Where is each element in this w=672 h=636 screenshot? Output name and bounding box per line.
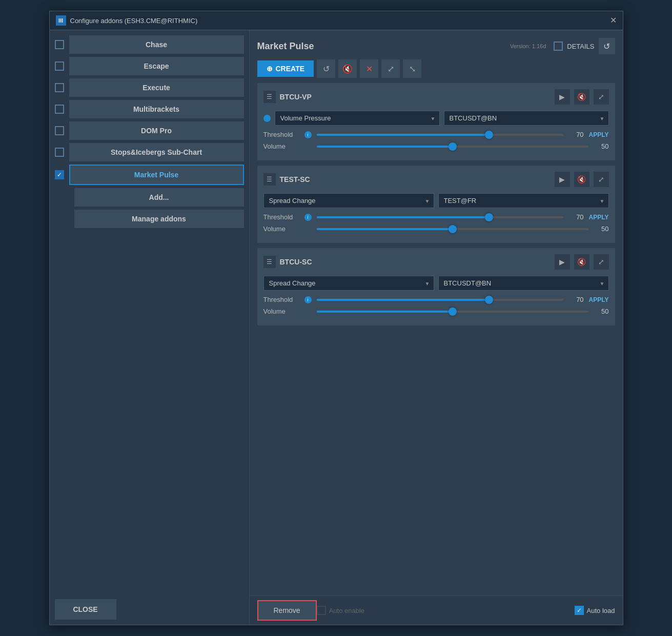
volume-fill-test-sc <box>317 228 453 230</box>
sidebar-btn-marketpulse[interactable]: Market Pulse <box>69 165 244 185</box>
main-title: Market Pulse <box>257 41 314 52</box>
auto-load-label: Auto load <box>587 607 615 614</box>
sidebar-checkbox-escape[interactable] <box>55 61 64 71</box>
card-mute-test-sc[interactable]: 🔇 <box>574 172 589 187</box>
sidebar-item-add: Add... <box>55 188 244 207</box>
type-select-btcu-sc[interactable]: Spread Change <box>263 276 434 291</box>
card-title-btcu-vp: BTCU-VP <box>280 93 551 101</box>
threshold-thumb-test-sc[interactable] <box>485 213 493 221</box>
sidebar-item-execute: Execute <box>55 78 244 97</box>
threshold-info-btcu-vp[interactable]: i <box>304 131 312 138</box>
sidebar-checkbox-chase[interactable] <box>55 40 64 49</box>
volume-value-test-sc: 50 <box>594 225 609 233</box>
card-selectors-btcu-sc: Spread Change BTCUSDT@BN <box>263 276 609 291</box>
threshold-track-btcu-vp[interactable] <box>317 134 563 136</box>
sidebar-btn-stops[interactable]: Stops&Icebergs Sub-Chart <box>69 143 244 161</box>
apply-threshold-btcu-vp[interactable]: APPLY <box>589 131 609 138</box>
remove-button[interactable]: Remove <box>257 600 317 621</box>
threshold-info-test-sc[interactable]: i <box>304 214 312 221</box>
volume-thumb-btcu-sc[interactable] <box>449 307 457 316</box>
type-select-wrapper-btcu-sc: Spread Change <box>263 276 434 291</box>
sidebar-btn-dompro[interactable]: DOM Pro <box>69 121 244 140</box>
threshold-info-btcu-sc[interactable]: i <box>304 296 312 303</box>
sidebar-btn-escape[interactable]: Escape <box>69 57 244 75</box>
sidebar-checkbox-marketpulse[interactable] <box>55 170 64 179</box>
mute-all-button[interactable]: 🔇 <box>338 59 357 78</box>
volume-thumb-btcu-vp[interactable] <box>449 142 457 151</box>
details-checkbox[interactable] <box>554 42 563 51</box>
volume-track-btcu-sc[interactable] <box>317 311 588 313</box>
card-mute-btcu-vp[interactable]: 🔇 <box>574 89 589 105</box>
sidebar: Chase Escape Execute Multibrackets DOM P… <box>50 30 250 625</box>
expand-button[interactable]: ⤢ <box>381 59 400 78</box>
volume-slider-container-btcu-sc <box>317 311 588 313</box>
create-label: CREATE <box>276 65 305 73</box>
collapse-button[interactable]: ⤡ <box>403 59 421 78</box>
card-expand-btcu-sc[interactable]: ⤢ <box>594 254 609 270</box>
threshold-slider-container-btcu-sc <box>317 299 563 301</box>
volume-fill-btcu-vp <box>317 146 453 148</box>
exchange-select-btcu-sc[interactable]: BTCUSDT@BN <box>438 276 609 291</box>
create-icon: ⊕ <box>267 65 273 73</box>
sidebar-bottom: CLOSE <box>55 599 244 620</box>
type-select-test-sc[interactable]: Spread Change <box>263 193 434 208</box>
card-play-test-sc[interactable]: ▶ <box>555 172 570 187</box>
type-select-wrapper-test-sc: Spread Change <box>263 193 434 208</box>
exchange-select-btcu-vp[interactable]: BTCUSDT@BN <box>444 111 609 126</box>
threshold-row-btcu-vp: Threshold i 70 APPLY <box>263 131 609 138</box>
volume-row-btcu-sc: Volume 50 <box>263 307 609 315</box>
card-expand-btcu-vp[interactable]: ⤢ <box>594 89 609 105</box>
delete-button[interactable]: ✕ <box>360 59 378 78</box>
window-title: Configure addons (ESH3.CME@RITHMIC) <box>70 17 198 25</box>
card-icon-btcu-sc: ☰ <box>263 256 276 268</box>
threshold-track-btcu-sc[interactable] <box>317 299 563 301</box>
apply-threshold-test-sc[interactable]: APPLY <box>589 214 609 221</box>
threshold-value-btcu-sc: 70 <box>568 296 584 303</box>
threshold-thumb-btcu-sc[interactable] <box>485 296 493 304</box>
close-button[interactable]: CLOSE <box>55 599 116 620</box>
auto-load-checkbox[interactable]: ✓ <box>575 606 584 615</box>
exchange-select-wrapper-btcu-vp: BTCUSDT@BN <box>444 111 609 126</box>
exchange-select-test-sc[interactable]: TEST@FR <box>438 193 609 208</box>
sidebar-btn-multibrackets[interactable]: Multibrackets <box>69 100 244 118</box>
threshold-label-test-sc: Threshold <box>263 213 299 221</box>
apply-threshold-btcu-sc[interactable]: APPLY <box>589 296 609 303</box>
card-test-sc: ☰ TEST-SC ▶ 🔇 ⤢ Spread Change <box>257 166 615 243</box>
reset-button[interactable]: ↺ <box>599 38 615 54</box>
sidebar-btn-chase[interactable]: Chase <box>69 35 244 54</box>
card-header-test-sc: ☰ TEST-SC ▶ 🔇 ⤢ <box>263 172 609 187</box>
volume-thumb-test-sc[interactable] <box>449 225 457 233</box>
sidebar-btn-manage[interactable]: Manage addons <box>74 210 244 228</box>
card-btcu-vp: ☰ BTCU-VP ▶ 🔇 ⤢ Volume Pressure <box>257 83 615 160</box>
card-btcu-sc: ☰ BTCU-SC ▶ 🔇 ⤢ Spread Change <box>257 248 615 325</box>
volume-label-test-sc: Volume <box>263 225 299 233</box>
card-play-btcu-vp[interactable]: ▶ <box>555 89 570 105</box>
card-play-btcu-sc[interactable]: ▶ <box>555 254 570 270</box>
sidebar-checkbox-multibrackets[interactable] <box>55 105 64 114</box>
card-mute-btcu-sc[interactable]: 🔇 <box>574 254 589 270</box>
type-select-btcu-vp[interactable]: Volume Pressure <box>275 111 440 126</box>
sidebar-checkbox-stops[interactable] <box>55 148 64 157</box>
undo-button[interactable]: ↺ <box>317 59 335 78</box>
threshold-fill-test-sc <box>317 216 490 218</box>
sidebar-item-stops: Stops&Icebergs Sub-Chart <box>55 143 244 161</box>
create-button[interactable]: ⊕ CREATE <box>257 60 314 77</box>
indicator-dot-btcu-vp <box>263 115 271 122</box>
auto-enable-section: Auto enable <box>317 606 364 615</box>
sidebar-checkbox-execute[interactable] <box>55 83 64 92</box>
volume-label-btcu-sc: Volume <box>263 307 299 315</box>
sidebar-item-multibrackets: Multibrackets <box>55 100 244 118</box>
sidebar-checkbox-dompro[interactable] <box>55 126 64 135</box>
threshold-track-test-sc[interactable] <box>317 216 563 218</box>
threshold-thumb-btcu-vp[interactable] <box>485 131 493 139</box>
bottom-bar: Remove Auto enable ✓ Auto load <box>250 596 623 625</box>
volume-track-btcu-vp[interactable] <box>317 146 588 148</box>
threshold-value-test-sc: 70 <box>568 213 584 221</box>
sidebar-btn-add[interactable]: Add... <box>74 188 244 207</box>
sidebar-btn-execute[interactable]: Execute <box>69 78 244 97</box>
volume-track-test-sc[interactable] <box>317 228 588 230</box>
threshold-row-test-sc: Threshold i 70 APPLY <box>263 213 609 221</box>
auto-enable-checkbox[interactable] <box>317 606 326 615</box>
window-close-button[interactable]: ✕ <box>610 16 617 25</box>
card-expand-test-sc[interactable]: ⤢ <box>594 172 609 187</box>
